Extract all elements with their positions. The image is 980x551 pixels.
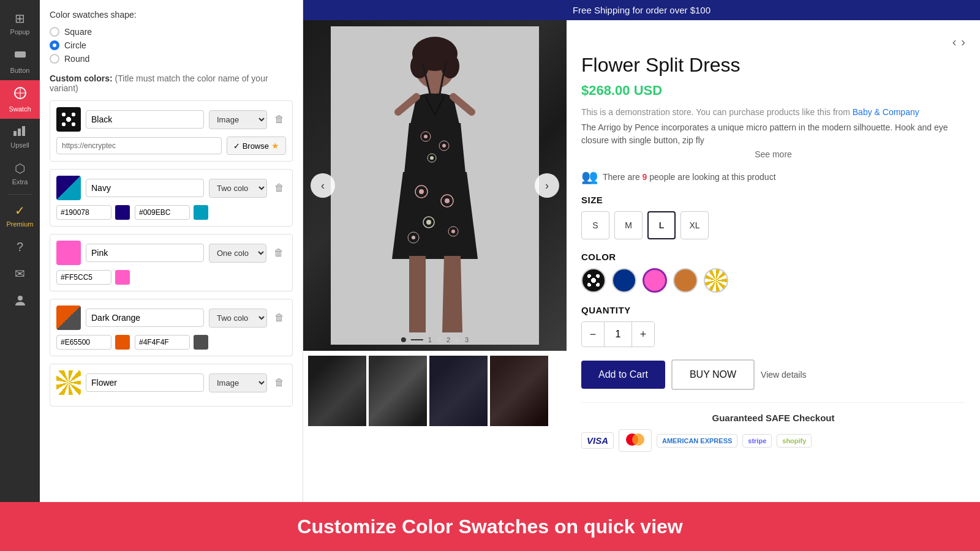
color-entry-pink: One colo Image Two color 🗑: [50, 234, 293, 291]
svg-rect-3: [18, 129, 21, 136]
svg-point-29: [412, 236, 415, 239]
image-dot-2[interactable]: [437, 337, 442, 342]
flower-type-select[interactable]: Image One color Two color: [209, 373, 267, 392]
main-content: Color swatches shape: Square Circle Roun…: [40, 0, 980, 502]
size-s-btn[interactable]: S: [581, 211, 609, 239]
product-next-btn[interactable]: ›: [961, 35, 965, 49]
black-url-input[interactable]: [56, 137, 222, 154]
flower-name-input[interactable]: [86, 373, 204, 392]
pink-swatch-preview: [56, 241, 81, 265]
button-icon: [13, 48, 27, 64]
help-icon: ?: [17, 240, 23, 254]
sidebar-item-label: Premium: [6, 220, 33, 228]
shape-option-square[interactable]: Square: [50, 27, 293, 37]
image-prev-btn[interactable]: ‹: [311, 173, 335, 198]
image-next-btn[interactable]: ›: [535, 173, 559, 198]
see-more-btn[interactable]: See more: [581, 149, 965, 159]
dark-orange-delete-btn[interactable]: 🗑: [272, 310, 287, 326]
black-browse-btn[interactable]: ✓ Browse ★: [227, 137, 286, 155]
radio-round[interactable]: [50, 54, 59, 64]
navy-type-select[interactable]: Two colo Image One color: [209, 179, 267, 198]
thumbnail-3[interactable]: [429, 356, 488, 426]
shape-options-section: Color swatches shape: Square Circle Roun…: [50, 10, 293, 64]
viewers-count: 9: [643, 172, 647, 182]
radio-square[interactable]: [50, 27, 59, 37]
sidebar-item-premium[interactable]: ✓ Premium: [0, 197, 40, 234]
thumbnail-2[interactable]: [369, 356, 427, 426]
swatch-icon: [13, 86, 27, 103]
size-m-btn[interactable]: M: [614, 211, 643, 239]
pink-delete-btn[interactable]: 🗑: [271, 245, 286, 261]
view-details-link[interactable]: View details: [761, 370, 806, 380]
sidebar-item-swatch[interactable]: Swatch: [0, 80, 40, 119]
sidebar-item-extra[interactable]: ⬡ Extra: [0, 155, 40, 192]
qty-decrease-btn[interactable]: −: [582, 322, 604, 347]
thumbnail-row: [303, 351, 567, 431]
sidebar-item-help[interactable]: ?: [0, 234, 40, 260]
color-circle-black[interactable]: [581, 268, 606, 293]
size-l-btn[interactable]: L: [647, 211, 676, 239]
color-circle-pink[interactable]: [643, 268, 667, 293]
add-to-cart-btn[interactable]: Add to Cart: [581, 361, 665, 389]
sidebar-item-popup[interactable]: ⊞ Popup: [0, 5, 40, 42]
user-icon: [13, 293, 27, 310]
product-prev-btn[interactable]: ‹: [952, 35, 957, 49]
qty-value: 1: [604, 322, 632, 347]
sidebar-item-upsell[interactable]: Upsell: [0, 119, 40, 155]
browse-label: Browse: [243, 141, 269, 151]
color-circle-yellow-wave[interactable]: [704, 268, 728, 293]
svg-point-15: [424, 135, 428, 138]
color-row-navy: Two colo Image One color 🗑: [56, 176, 286, 200]
shape-square-label: Square: [64, 27, 92, 37]
image-dot-3[interactable]: [455, 337, 460, 342]
navy-hex-input-2[interactable]: [135, 205, 190, 220]
black-delete-btn[interactable]: 🗑: [272, 111, 287, 127]
payment-mastercard: [619, 429, 652, 452]
color-circle-navy[interactable]: [612, 268, 636, 293]
sidebar-item-user[interactable]: [0, 287, 40, 316]
pink-name-input[interactable]: [86, 244, 204, 262]
dark-orange-hex-input-2[interactable]: [135, 335, 190, 350]
thumbnail-4[interactable]: [490, 356, 548, 426]
pink-hex-input[interactable]: [56, 270, 111, 285]
dark-orange-type-select[interactable]: Two colo Image One color: [209, 309, 267, 328]
navy-name-input[interactable]: [86, 179, 204, 197]
dress-illustration: [331, 26, 539, 345]
main-image-placeholder: [303, 20, 567, 351]
radio-circle[interactable]: [50, 40, 59, 50]
product-info: ‹ › Flower Split Dress $268.00 USD This …: [567, 20, 980, 502]
qty-increase-btn[interactable]: +: [632, 322, 654, 347]
black-type-select[interactable]: Image One color Two color: [209, 110, 267, 129]
sidebar-item-button[interactable]: Button: [0, 42, 40, 80]
dark-orange-name-input[interactable]: [86, 309, 204, 327]
navy-delete-btn[interactable]: 🗑: [272, 180, 287, 196]
product-desc-link[interactable]: Baby & Company: [853, 107, 919, 117]
size-xl-btn[interactable]: XL: [680, 211, 709, 239]
color-entry-navy: Two colo Image One color 🗑: [50, 169, 293, 227]
sidebar-item-label: Button: [10, 67, 30, 74]
color-row-black: Image One color Two color 🗑: [56, 107, 286, 132]
flower-delete-btn[interactable]: 🗑: [272, 375, 287, 391]
dark-orange-hex-input-1[interactable]: [56, 335, 111, 350]
thumbnail-1[interactable]: [308, 356, 366, 426]
shape-section-title: Color swatches shape:: [50, 10, 293, 20]
payment-visa: VISA: [581, 432, 614, 449]
dot-number-1: 1: [428, 336, 432, 343]
sidebar-item-mail[interactable]: ✉: [0, 260, 40, 287]
pink-type-select[interactable]: One colo Image Two color: [209, 244, 266, 263]
shape-option-round[interactable]: Round: [50, 54, 293, 64]
shape-option-circle[interactable]: Circle: [50, 40, 293, 50]
product-nav: ‹ ›: [581, 35, 965, 49]
product-area: ‹ › 1 2 3: [303, 20, 980, 502]
viewers-icon: 👥: [581, 169, 598, 185]
pink-hex-row: [56, 270, 286, 285]
svg-point-19: [430, 156, 434, 160]
navy-hex-input-1[interactable]: [56, 205, 111, 220]
image-dot-1[interactable]: [401, 337, 406, 342]
color-row-pink: One colo Image Two color 🗑: [56, 241, 286, 265]
black-name-input[interactable]: [86, 110, 204, 129]
buy-now-btn[interactable]: BUY NOW: [671, 359, 755, 390]
dark-orange-hex-swatch-1: [115, 335, 130, 350]
svg-rect-2: [13, 131, 17, 136]
color-circle-orange[interactable]: [673, 268, 698, 293]
